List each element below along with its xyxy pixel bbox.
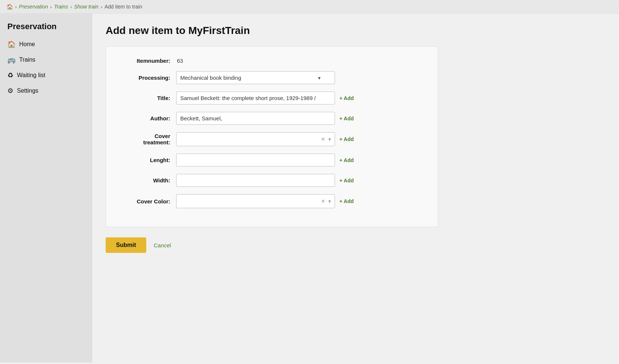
author-row: Author: + Add	[117, 112, 423, 125]
breadcrumb-show-train[interactable]: Show train	[74, 4, 98, 10]
width-row: Width: + Add	[117, 174, 423, 187]
settings-nav-icon: ⚙	[7, 87, 13, 95]
width-add-button[interactable]: + Add	[339, 178, 354, 183]
sidebar-item-settings[interactable]: ⚙ Settings	[0, 83, 92, 99]
cover-color-row: Cover Color: ✕ ▾ + Add	[117, 194, 423, 208]
sidebar-item-waiting-list[interactable]: ♻ Waiting list	[0, 68, 92, 83]
length-add-button[interactable]: + Add	[339, 157, 354, 163]
sidebar-item-home-label: Home	[19, 41, 35, 48]
breadcrumb-current: Add item to train	[105, 4, 142, 10]
cover-treatment-row: Covertreatment: ✕ ▾ + Add	[117, 132, 423, 146]
itemnumber-control: 63	[176, 58, 423, 64]
processing-row: Processing: Mechanical book binding ▾	[117, 71, 423, 84]
processing-select-wrap: Mechanical book binding ▾	[176, 71, 335, 84]
cover-color-select[interactable]: ✕ ▾	[176, 194, 335, 208]
sidebar-nav: 🏠 Home 🚌 Trains ♻ Waiting list ⚙ Setting…	[0, 37, 92, 99]
author-label: Author:	[117, 115, 176, 121]
processing-label: Processing:	[117, 75, 176, 81]
itemnumber-value: 63	[176, 58, 183, 64]
length-row: Lenght: + Add	[117, 154, 423, 166]
width-label: Width:	[117, 177, 176, 183]
sidebar-item-waiting-list-label: Waiting list	[17, 72, 45, 79]
cover-treatment-control: ✕ ▾ + Add	[176, 132, 423, 146]
cover-treatment-select[interactable]: ✕ ▾	[176, 132, 335, 146]
sidebar-item-trains-label: Trains	[19, 56, 35, 63]
title-input[interactable]	[176, 92, 335, 104]
sidebar-item-trains[interactable]: 🚌 Trains	[0, 52, 92, 68]
page-title: Add new item to MyFirstTrain	[106, 25, 606, 37]
breadcrumb-sep-3: ›	[101, 4, 102, 10]
home-icon[interactable]: 🏠	[7, 4, 13, 10]
width-input[interactable]	[176, 174, 335, 187]
length-input[interactable]	[176, 154, 335, 166]
cover-treatment-chevron-icon[interactable]: ▾	[328, 136, 331, 142]
sidebar-title: Preservation	[0, 14, 92, 37]
width-control: + Add	[176, 174, 423, 187]
breadcrumb-sep-0: ›	[15, 4, 17, 10]
author-input[interactable]	[176, 112, 335, 125]
itemnumber-row: Itemnumber: 63	[117, 58, 423, 64]
form-card: Itemnumber: 63 Processing: Mechanical bo…	[106, 46, 438, 227]
waiting-list-nav-icon: ♻	[7, 71, 13, 79]
processing-control: Mechanical book binding ▾	[176, 71, 423, 84]
itemnumber-label: Itemnumber:	[117, 58, 176, 64]
processing-chevron-icon: ▾	[318, 75, 321, 81]
cover-treatment-label: Covertreatment:	[117, 133, 176, 145]
form-actions: Submit Cancel	[106, 237, 606, 253]
length-label: Lenght:	[117, 157, 176, 163]
submit-button[interactable]: Submit	[106, 237, 146, 253]
title-add-button[interactable]: + Add	[339, 95, 354, 101]
title-label: Title:	[117, 95, 176, 101]
main-content: Add new item to MyFirstTrain Itemnumber:…	[92, 14, 619, 363]
cancel-button[interactable]: Cancel	[154, 242, 171, 248]
title-control: + Add	[176, 92, 423, 104]
length-control: + Add	[176, 154, 423, 166]
trains-nav-icon: 🚌	[7, 56, 16, 64]
author-add-button[interactable]: + Add	[339, 116, 354, 121]
author-control: + Add	[176, 112, 423, 125]
cover-color-control: ✕ ▾ + Add	[176, 194, 423, 208]
sidebar-item-settings-label: Settings	[17, 87, 38, 94]
breadcrumb: 🏠 › Preservation › Trains › Show train ›…	[0, 0, 619, 14]
breadcrumb-sep-2: ›	[70, 4, 72, 10]
breadcrumb-preservation[interactable]: Preservation	[19, 4, 48, 10]
processing-select[interactable]: Mechanical book binding ▾	[176, 71, 335, 84]
cover-treatment-clear-icon[interactable]: ✕	[321, 136, 325, 142]
cover-color-chevron-icon[interactable]: ▾	[328, 198, 331, 204]
cover-treatment-add-button[interactable]: + Add	[339, 136, 354, 142]
sidebar: Preservation 🏠 Home 🚌 Trains ♻ Waiting l…	[0, 14, 92, 363]
home-nav-icon: 🏠	[7, 40, 16, 48]
title-row: Title: + Add	[117, 92, 423, 104]
breadcrumb-trains[interactable]: Trains	[54, 4, 68, 10]
processing-selected-value: Mechanical book binding	[180, 75, 241, 81]
cover-color-clear-icon[interactable]: ✕	[321, 198, 325, 204]
breadcrumb-sep-1: ›	[50, 4, 52, 10]
sidebar-item-home[interactable]: 🏠 Home	[0, 37, 92, 52]
cover-color-label: Cover Color:	[117, 198, 176, 205]
cover-color-add-button[interactable]: + Add	[339, 198, 354, 204]
